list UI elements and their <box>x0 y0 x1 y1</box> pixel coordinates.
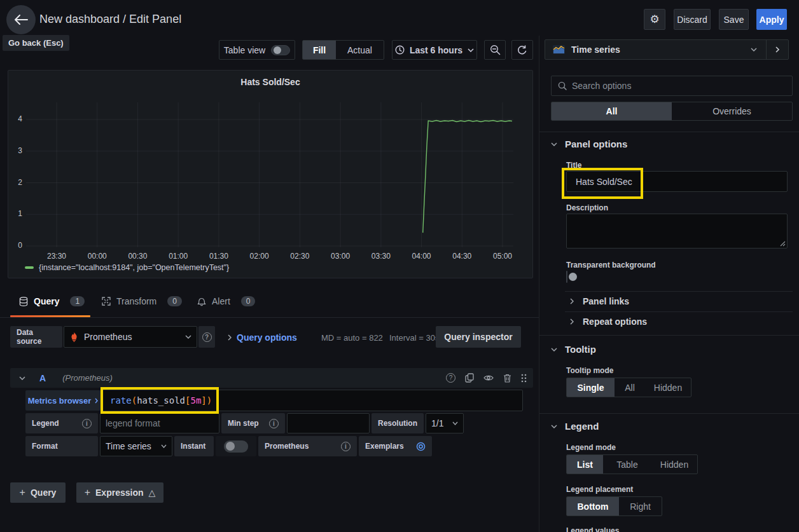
drag-handle-icon[interactable] <box>521 374 527 383</box>
instant-toggle-box[interactable] <box>216 436 256 456</box>
data-source-select[interactable]: Prometheus <box>64 326 197 348</box>
filter-all-option[interactable]: All <box>552 102 672 120</box>
tab-query-label: Query <box>34 296 59 306</box>
visualization-value: Time series <box>571 44 620 55</box>
duplicate-icon[interactable] <box>465 373 474 383</box>
add-query-button[interactable]: + Query <box>10 482 66 503</box>
legend-format-input[interactable]: legend format <box>100 413 219 433</box>
chevron-down-icon <box>452 421 458 425</box>
legend-mode-hidden[interactable]: Hidden <box>651 455 697 474</box>
x-tick-label: 23:30 <box>41 252 73 261</box>
query-inspector-button[interactable]: Query inspector <box>436 326 521 348</box>
chevron-down-icon <box>468 48 474 52</box>
query-help-icon[interactable]: ? <box>446 373 455 383</box>
section-divider <box>539 413 799 414</box>
transparent-background-switch[interactable] <box>566 271 567 283</box>
tooltip-mode-all[interactable]: All <box>615 378 645 397</box>
prometheus-icon <box>69 332 79 342</box>
section-divider <box>539 132 799 132</box>
exemplars-label-text: Exemplars <box>365 442 404 451</box>
zoom-out-button[interactable] <box>484 40 506 60</box>
metrics-browser-button[interactable]: Metrics browser <box>25 390 101 411</box>
panel-title-value: Hats Sold/Sec <box>576 177 632 187</box>
fill-option[interactable]: Fill <box>303 41 336 59</box>
resize-handle-icon[interactable] <box>780 241 786 247</box>
tab-query[interactable]: Query 1 <box>19 296 85 306</box>
table-view-toggle[interactable]: Table view <box>219 40 295 60</box>
format-value: Time series <box>106 441 151 451</box>
tooltip-mode-hidden[interactable]: Hidden <box>645 378 691 397</box>
format-select[interactable]: Time series <box>100 436 172 456</box>
sidebar-resize-divider[interactable] <box>539 36 539 532</box>
x-tick-label: 01:30 <box>203 252 235 261</box>
legend-mode-list[interactable]: List <box>567 455 603 474</box>
legend-placement-right[interactable]: Right <box>619 497 662 515</box>
repeat-options-row[interactable]: Repeat options <box>570 317 647 327</box>
min-step-label-text: Min step <box>228 419 259 428</box>
exemplars-toggle[interactable]: Exemplars <box>359 436 432 456</box>
description-textarea[interactable] <box>566 214 788 249</box>
md-stat: MD = auto = 822 <box>321 333 383 343</box>
chevron-right-icon <box>570 318 574 325</box>
query-options-link[interactable]: Query options <box>237 332 297 343</box>
collapse-chevron-icon[interactable] <box>19 376 25 380</box>
data-source-help-button[interactable]: ? <box>198 326 215 348</box>
series-line <box>423 121 512 233</box>
legend-mode-table[interactable]: Table <box>603 455 651 474</box>
x-tick-label: 04:00 <box>406 252 438 261</box>
x-tick-label: 00:30 <box>122 252 153 261</box>
chevron-down-icon <box>751 48 757 51</box>
panel-title-input[interactable]: Hats Sold/Sec <box>566 171 788 192</box>
table-view-switch[interactable] <box>271 45 290 55</box>
filter-overrides-option[interactable]: Overrides <box>672 102 792 120</box>
panel-links-row[interactable]: Panel links <box>570 296 629 306</box>
warning-triangle-icon: △ <box>149 488 156 498</box>
go-back-tooltip: Go back (Esc) <box>3 35 69 51</box>
chevron-right-icon <box>570 298 574 304</box>
legend-series-label: {instance="localhost:9184", job="OpenTel… <box>39 263 229 272</box>
chevron-down-icon <box>551 348 557 351</box>
refresh-button[interactable] <box>511 40 533 60</box>
legend-swatch <box>25 266 34 269</box>
search-options-box[interactable]: Search options <box>551 76 793 96</box>
actual-option[interactable]: Actual <box>336 41 384 59</box>
info-icon: i <box>269 419 279 428</box>
bell-icon <box>197 297 206 306</box>
query-expression-input[interactable]: rate(hats_sold[5m]) <box>101 390 523 411</box>
active-tab-underline <box>10 315 90 317</box>
tooltip-mode-segmented: Single All Hidden <box>566 378 691 397</box>
tooltip-section-header[interactable]: Tooltip <box>551 344 596 355</box>
back-button[interactable] <box>6 5 36 34</box>
panel-settings-button[interactable]: ⚙ <box>644 9 665 30</box>
resolution-select[interactable]: 1/1 <box>426 413 464 433</box>
panel-options-header[interactable]: Panel options <box>551 139 627 149</box>
instant-switch[interactable] <box>224 440 248 453</box>
expand-viz-picker-button[interactable] <box>767 40 788 59</box>
apply-button[interactable]: Apply <box>756 9 787 30</box>
tab-transform[interactable]: Transform 0 <box>102 296 182 306</box>
discard-button[interactable]: Discard <box>674 9 711 30</box>
chevron-down-icon <box>551 142 557 146</box>
tooltip-mode-single[interactable]: Single <box>567 378 615 397</box>
hide-query-eye-icon[interactable] <box>483 374 494 381</box>
legend-label-text: Legend <box>32 419 59 428</box>
plus-icon: + <box>85 487 90 498</box>
info-icon: i <box>341 442 351 451</box>
chart-legend-item[interactable]: {instance="localhost:9184", job="OpenTel… <box>25 263 229 272</box>
y-tick-label: 2 <box>8 178 22 187</box>
chevron-down-icon <box>551 425 557 428</box>
min-step-input[interactable] <box>287 413 370 433</box>
format-label: Format <box>25 436 98 456</box>
back-arrow-icon <box>14 15 28 25</box>
time-range-picker[interactable]: Last 6 hours <box>392 40 477 60</box>
visualization-select[interactable]: Time series <box>545 39 789 60</box>
legend-placement-bottom[interactable]: Bottom <box>567 497 619 515</box>
prometheus-label-text: Prometheus <box>265 442 309 451</box>
trash-icon[interactable] <box>503 374 511 383</box>
add-expression-button[interactable]: + Expression △ <box>76 482 163 503</box>
query-ref-id[interactable]: A <box>39 373 46 383</box>
tab-alert[interactable]: Alert 0 <box>197 296 255 306</box>
expr-token: ] <box>201 395 206 406</box>
save-button[interactable]: Save <box>719 9 749 30</box>
legend-section-header[interactable]: Legend <box>551 421 599 432</box>
